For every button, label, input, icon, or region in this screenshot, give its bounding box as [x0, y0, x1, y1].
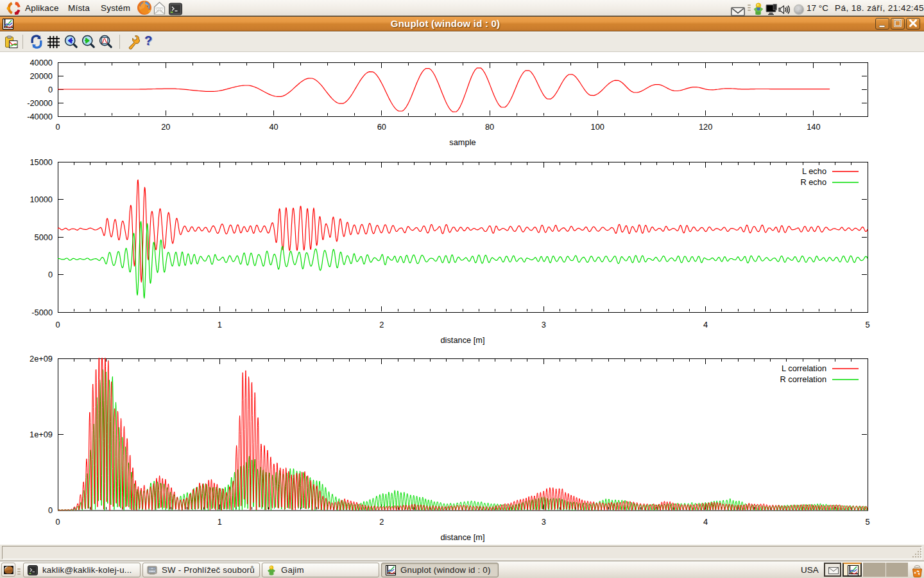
svg-text:distance [m]: distance [m] [441, 335, 485, 345]
svg-text:0: 0 [48, 505, 53, 515]
svg-text:0: 0 [55, 517, 60, 527]
svg-text:1: 1 [218, 517, 222, 527]
svg-text:-5000: -5000 [31, 308, 53, 317]
svg-text:3: 3 [542, 517, 546, 527]
svg-text:L correlation: L correlation [782, 363, 826, 373]
svg-text:1: 1 [218, 320, 222, 329]
svg-text:0: 0 [48, 270, 53, 279]
svg-text:2: 2 [379, 517, 384, 527]
svg-text:0: 0 [55, 122, 60, 132]
svg-text:R echo: R echo [800, 177, 826, 187]
svg-text:10000: 10000 [30, 195, 53, 204]
svg-text:5000: 5000 [35, 232, 53, 242]
svg-text:0: 0 [55, 320, 60, 329]
svg-text:20000: 20000 [30, 71, 53, 81]
svg-text:2e+09: 2e+09 [30, 354, 53, 363]
svg-text:distance [m]: distance [m] [441, 532, 485, 542]
svg-text:3: 3 [542, 320, 546, 329]
svg-text:140: 140 [807, 122, 820, 132]
svg-text:40000: 40000 [30, 58, 53, 67]
svg-text:0: 0 [48, 85, 53, 94]
svg-text:L echo: L echo [802, 166, 826, 176]
svg-text:60: 60 [377, 122, 386, 132]
svg-text:20: 20 [161, 122, 170, 132]
svg-text:1e+09: 1e+09 [30, 430, 53, 439]
svg-text:2: 2 [379, 320, 384, 329]
svg-text:80: 80 [485, 122, 494, 132]
svg-text:R correlation: R correlation [780, 374, 826, 384]
svg-text:sample: sample [449, 137, 475, 147]
svg-text:40: 40 [269, 122, 278, 132]
svg-text:5: 5 [865, 320, 869, 329]
svg-text:4: 4 [703, 517, 708, 527]
svg-text:4: 4 [703, 320, 708, 329]
svg-text:15000: 15000 [30, 157, 53, 167]
svg-text:120: 120 [699, 122, 712, 132]
svg-text:-20000: -20000 [27, 98, 53, 108]
svg-text:5: 5 [865, 517, 869, 527]
svg-text:100: 100 [591, 122, 604, 132]
svg-text:-40000: -40000 [27, 112, 53, 121]
